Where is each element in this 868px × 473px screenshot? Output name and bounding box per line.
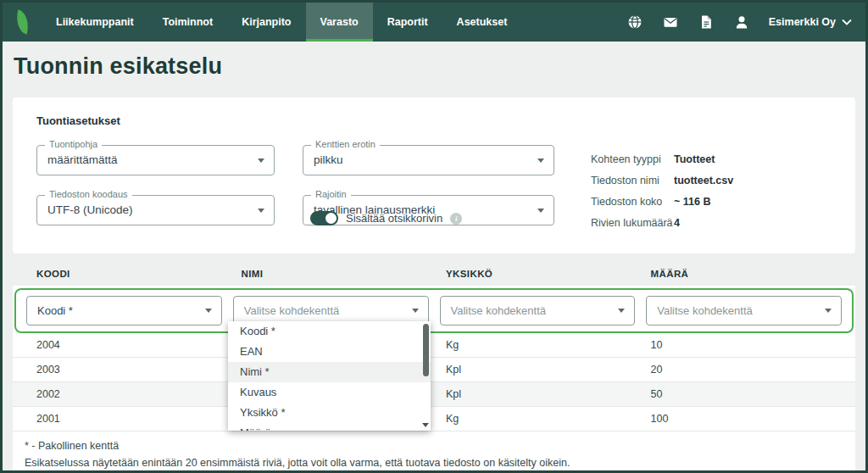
field-label: Tiedoston koodaus xyxy=(45,189,132,199)
leaf-logo-icon xyxy=(13,9,32,34)
info-label: Rivien lukumäärä xyxy=(591,217,674,229)
navbar-actions: Esimerkki Oy xyxy=(626,3,865,42)
toggle-knob xyxy=(326,213,337,224)
cell-maara: 20 xyxy=(639,364,844,376)
file-info-panel: Kohteen tyyppi Tuotteet Tiedoston nimi t… xyxy=(591,145,733,233)
column-header-nimi: NIMI xyxy=(230,269,435,279)
toggle-label: Sisältää otsikkorivin xyxy=(346,212,442,225)
table-row: 2002 Kpl 50 xyxy=(13,382,855,407)
company-menu[interactable]: Esimerkki Oy xyxy=(769,16,852,28)
cell-koodi: 2002 xyxy=(25,388,230,400)
select-value: Valitse kohdekenttä xyxy=(647,297,841,325)
dropdown-option-nimi[interactable]: Nimi * xyxy=(228,362,431,382)
table-row: 2003 Kpl 20 xyxy=(13,358,855,382)
chevron-down-icon xyxy=(842,19,852,25)
cell-yksikko: Kpl xyxy=(434,364,639,376)
info-value: tuotteet.csv xyxy=(674,175,733,186)
info-icon[interactable]: i xyxy=(450,213,462,225)
app-window: Liikekumppanit Toiminnot Kirjanpito Vara… xyxy=(0,0,868,473)
footer-notes: * - Pakollinen kenttä Esikatselussa näyt… xyxy=(13,431,855,473)
chevron-down-icon xyxy=(537,159,544,163)
field-value: UTF-8 (Unicode) xyxy=(37,196,274,225)
user-icon[interactable] xyxy=(733,14,750,31)
dropdown-option-kuvaus[interactable]: Kuvaus xyxy=(228,382,431,403)
info-row: Rivien lukumäärä 4 xyxy=(591,212,733,233)
field-label: Kenttien erotin xyxy=(311,139,380,149)
info-label: Kohteen tyyppi xyxy=(591,153,674,165)
field-value: määrittämättä xyxy=(37,146,274,175)
company-name: Esimerkki Oy xyxy=(769,16,836,28)
mapping-select-koodi[interactable]: Koodi * xyxy=(26,296,222,326)
chevron-down-icon xyxy=(205,309,212,313)
table-row: 2004 Kg 10 xyxy=(13,333,855,358)
cell-maara: 100 xyxy=(639,413,844,425)
field-label: Rajoitin xyxy=(311,189,351,199)
preview-table-card: KOODI NIMI YKSIKKÖ MÄÄRÄ Koodi * Valitse… xyxy=(13,261,855,473)
select-tuontipohja[interactable]: Tuontipohja määrittämättä xyxy=(36,145,275,175)
field-mapping-row: Koodi * Valitse kohdekenttä Valitse kohd… xyxy=(14,288,854,333)
table-row: 2001 Kg 100 xyxy=(13,407,855,431)
field-label: Tuontipohja xyxy=(45,139,102,149)
column-header-maara: MÄÄRÄ xyxy=(639,269,844,279)
nav-item-asetukset[interactable]: Asetukset xyxy=(442,3,522,42)
nav-item-varasto[interactable]: Varasto xyxy=(306,3,373,42)
info-value: Tuotteet xyxy=(674,153,715,165)
chevron-down-icon xyxy=(258,159,264,163)
chevron-down-icon xyxy=(825,309,832,313)
info-row: Tiedoston koko ~ 116 B xyxy=(591,191,733,212)
nav-item-liikekumppanit[interactable]: Liikekumppanit xyxy=(42,3,148,42)
nav-item-toiminnot[interactable]: Toiminnot xyxy=(148,3,227,42)
dropdown-option-yksikko[interactable]: Yksikkö * xyxy=(228,403,431,423)
column-header-yksikko: YKSIKKÖ xyxy=(434,269,639,279)
field-value: pilkku xyxy=(303,146,554,175)
mapping-select-yksikko[interactable]: Valitse kohdekenttä xyxy=(440,296,636,326)
column-header-koodi: KOODI xyxy=(25,269,230,279)
select-value: Koodi * xyxy=(27,297,221,325)
document-icon[interactable] xyxy=(698,14,715,31)
table-header-row: KOODI NIMI YKSIKKÖ MÄÄRÄ xyxy=(13,261,855,286)
dropdown-option-koodi[interactable]: Koodi * xyxy=(228,321,431,342)
header-row-toggle-row: Sisältää otsikkorivin i xyxy=(310,211,462,225)
dropdown-option-ean[interactable]: EAN xyxy=(228,342,431,362)
cell-maara: 10 xyxy=(639,339,844,351)
main-menu: Liikekumppanit Toiminnot Kirjanpito Vara… xyxy=(42,3,521,42)
note-required-field: * - Pakollinen kenttä xyxy=(25,438,843,455)
scroll-down-arrow-icon[interactable] xyxy=(422,423,429,427)
cell-maara: 50 xyxy=(639,388,844,400)
globe-icon[interactable] xyxy=(626,14,643,31)
note-preview-limit: Esikatselussa näytetään enintään 20 ensi… xyxy=(25,455,843,472)
select-tiedoston-koodaus[interactable]: Tiedoston koodaus UTF-8 (Unicode) xyxy=(36,195,275,225)
dropdown-option-maara[interactable]: Määrä xyxy=(228,423,431,431)
page-title: Tuonnin esikatselu xyxy=(14,53,222,80)
nav-item-raportit[interactable]: Raportit xyxy=(373,3,442,42)
cell-koodi: 2001 xyxy=(25,413,230,425)
chevron-down-icon xyxy=(537,209,544,213)
settings-heading: Tuontiasetukset xyxy=(13,97,855,127)
settings-fields: Tuontipohja määrittämättä Kenttien eroti… xyxy=(36,145,554,233)
cell-koodi: 2004 xyxy=(25,339,230,351)
info-value: ~ 116 B xyxy=(674,196,710,208)
import-settings-card: Tuontiasetukset Tuontipohja määrittämätt… xyxy=(13,97,855,253)
info-label: Tiedoston koko xyxy=(591,196,674,208)
select-kenttien-erotin[interactable]: Kenttien erotin pilkku xyxy=(303,145,554,175)
top-navbar: Liikekumppanit Toiminnot Kirjanpito Vara… xyxy=(3,3,865,42)
target-field-dropdown-menu: Koodi * EAN Nimi * Kuvaus Yksikkö * Määr… xyxy=(228,321,431,431)
chevron-down-icon xyxy=(618,309,625,313)
cell-koodi: 2003 xyxy=(25,364,230,376)
header-row-toggle[interactable] xyxy=(310,211,338,225)
app-logo[interactable] xyxy=(3,3,42,42)
info-label: Tiedoston nimi xyxy=(591,175,674,186)
chevron-down-icon xyxy=(412,309,419,313)
info-value: 4 xyxy=(674,217,680,229)
info-row: Kohteen tyyppi Tuotteet xyxy=(591,148,733,170)
chevron-down-icon xyxy=(258,209,264,213)
cell-yksikko: Kpl xyxy=(434,388,639,400)
cell-yksikko: Kg xyxy=(434,339,639,351)
nav-item-kirjanpito[interactable]: Kirjanpito xyxy=(227,3,305,42)
mail-icon[interactable] xyxy=(662,14,679,31)
mapping-select-maara[interactable]: Valitse kohdekenttä xyxy=(646,296,842,326)
dropdown-scrollbar[interactable] xyxy=(423,324,429,376)
cell-yksikko: Kg xyxy=(434,413,639,425)
select-value: Valitse kohdekenttä xyxy=(441,297,635,325)
info-row: Tiedoston nimi tuotteet.csv xyxy=(591,170,733,191)
